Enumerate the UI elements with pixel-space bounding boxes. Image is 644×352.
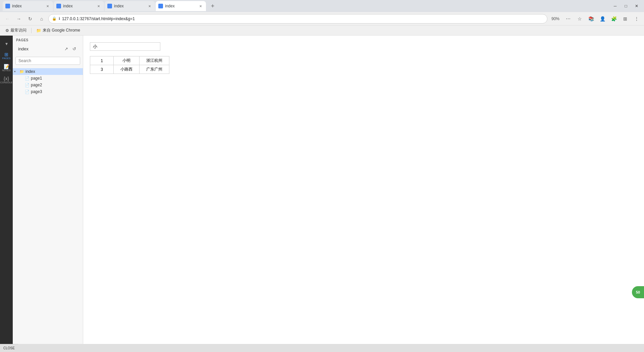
tab-favicon-4	[158, 4, 163, 8]
pages-label: PAGES	[2, 57, 10, 59]
tab-title-1: index	[12, 4, 43, 8]
browser-tab-4[interactable]: index ✕	[156, 1, 206, 11]
result-table: 1 小明 浙江杭州 3 小路西 广东广州	[90, 56, 169, 74]
back-button[interactable]: ←	[3, 14, 12, 24]
info-icon: ℹ	[59, 16, 60, 21]
notes-tool-button[interactable]: 📝 NOTES	[1, 62, 12, 73]
tree-item-page3[interactable]: 📄 page3	[13, 88, 83, 95]
new-tab-button[interactable]: +	[208, 1, 217, 11]
file-tree: ▾ 📁 index 📄 page1 📄 page2 📄 p	[13, 67, 83, 344]
notes-icon: 📝	[4, 64, 9, 69]
table-row-2: 3 小路西 广东广州	[90, 65, 169, 74]
search-input[interactable]	[15, 57, 80, 65]
content-area: 1 小明 浙江杭州 3 小路西 广东广州	[83, 36, 644, 344]
notes-label: NOTES	[2, 69, 11, 72]
table-cell-1-3: 浙江杭州	[140, 56, 169, 65]
close-label[interactable]: CLOSE	[0, 344, 18, 352]
floating-badge[interactable]: 50	[632, 286, 644, 298]
console-label: CONSOLE	[0, 81, 12, 84]
bookmark-from-chrome[interactable]: 📁 来自 Google Chrome	[34, 27, 82, 34]
panel-title: PAGES	[16, 38, 79, 42]
close-window-button[interactable]: ✕	[632, 3, 641, 9]
tree-item-index[interactable]: ▾ 📁 index	[13, 68, 83, 75]
tab-title-2: index	[63, 4, 94, 8]
refresh-button[interactable]: ↺	[71, 45, 77, 52]
gear-icon: ⚙	[5, 28, 9, 33]
tree-item-page2[interactable]: 📄 page2	[13, 82, 83, 88]
maximize-button[interactable]: □	[621, 3, 631, 9]
file-icon-page2: 📄	[25, 83, 30, 87]
export-button[interactable]: ↗	[63, 45, 69, 52]
address-text: 127.0.0.1:32767/start.html#p=index&g=1	[62, 16, 544, 21]
tab-favicon-3	[107, 4, 112, 8]
bookmark-label-1: 最常访问	[10, 28, 26, 33]
table-cell-1-1: 1	[90, 56, 114, 65]
tree-collapse-arrow: ▾	[14, 70, 18, 73]
tab-favicon-2	[56, 4, 61, 8]
panel-header: PAGES index ↗ ↺	[13, 36, 83, 55]
tab-close-2[interactable]: ✕	[96, 3, 101, 9]
table-cell-2-1: 3	[90, 65, 114, 74]
folder-open-icon: 📁	[19, 70, 24, 74]
file-icon-page3: 📄	[25, 90, 30, 94]
tree-label-page3: page3	[31, 89, 42, 94]
browser-tab-2[interactable]: index ✕	[54, 1, 104, 11]
reading-list-button[interactable]: 📚	[586, 14, 596, 24]
tool-sidebar: ▾ ⊞ PAGES 📝 NOTES {x} CONSOLE	[0, 36, 13, 344]
table-cell-2-3: 广东广州	[140, 65, 169, 74]
bookmark-separator	[31, 28, 32, 33]
bookmark-button[interactable]: ☆	[575, 14, 584, 24]
extensions-button[interactable]: 🧩	[609, 14, 619, 24]
tab-close-4[interactable]: ✕	[198, 3, 203, 9]
browser-tab-3[interactable]: index ✕	[105, 1, 155, 11]
table-cell-1-2: 小明	[114, 56, 140, 65]
tab-close-3[interactable]: ✕	[147, 3, 152, 9]
panel-sidebar: PAGES index ↗ ↺ ▾ 📁 index	[13, 36, 83, 344]
table-cell-2-2: 小路西	[114, 65, 140, 74]
zoom-level: 90%	[549, 16, 561, 21]
minimize-button[interactable]: ─	[610, 3, 620, 9]
table-row-1: 1 小明 浙江杭州	[90, 56, 169, 65]
reload-button[interactable]: ↻	[25, 14, 35, 24]
panel-file-name: index	[18, 46, 29, 51]
profile-button[interactable]: 👤	[598, 14, 607, 24]
menu-button[interactable]: ⋮	[632, 14, 641, 24]
pages-icon: ⊞	[4, 52, 8, 57]
tab-title-3: index	[114, 4, 145, 8]
tab-favicon-1	[5, 4, 10, 8]
more-tools-button[interactable]: ⋯	[564, 14, 573, 24]
panel-file-actions: ↗ ↺	[63, 45, 77, 52]
bookmark-label-2: 来自 Google Chrome	[43, 28, 80, 33]
chevron-down-icon: ▾	[5, 41, 8, 46]
browser-tab-1[interactable]: index ✕	[3, 1, 53, 11]
console-tool-button[interactable]: {x} CONSOLE	[1, 75, 12, 85]
tree-label-page1: page1	[31, 76, 42, 81]
forward-button[interactable]: →	[14, 14, 23, 24]
folder-icon: 📁	[36, 28, 41, 33]
pages-tool-button[interactable]: ⊞ PAGES	[1, 50, 12, 61]
tree-label-index: index	[25, 69, 35, 74]
file-icon-page1: 📄	[25, 76, 30, 81]
address-bar[interactable]: 🔒 ℹ 127.0.0.1:32767/start.html#p=index&g…	[48, 14, 547, 24]
panel-file-header: index ↗ ↺	[16, 44, 79, 53]
tab-close-1[interactable]: ✕	[45, 3, 50, 9]
home-button[interactable]: ⌂	[37, 14, 46, 24]
security-icon: 🔒	[52, 16, 57, 21]
tab-title-4: index	[165, 4, 196, 8]
console-icon: {x}	[4, 76, 9, 81]
content-search-input[interactable]	[90, 42, 160, 51]
tree-item-page1[interactable]: 📄 page1	[13, 75, 83, 82]
bookmark-frequently-visited[interactable]: ⚙ 最常访问	[3, 27, 29, 34]
tree-label-page2: page2	[31, 83, 42, 87]
grid-button[interactable]: ⊞	[621, 14, 630, 24]
chevron-down-button[interactable]: ▾	[1, 38, 12, 49]
